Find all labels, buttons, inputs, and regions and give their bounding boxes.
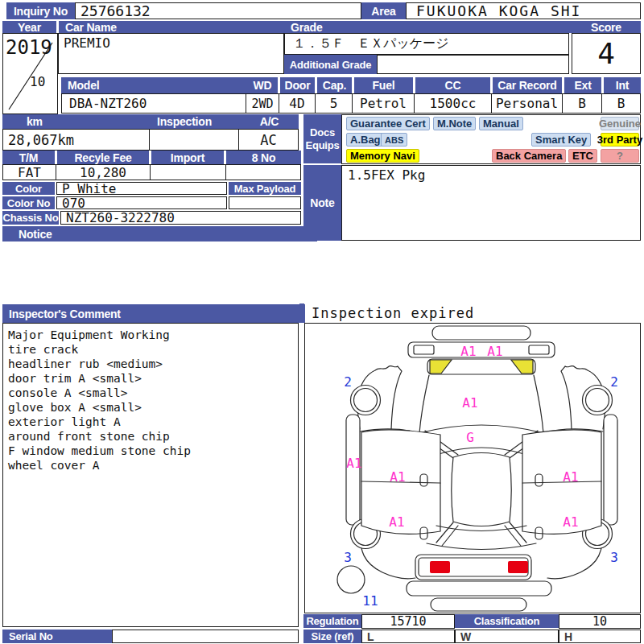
badge-genuine: Genuine — [601, 117, 639, 130]
wheel-label: 2 — [610, 374, 618, 390]
hood-edge-right — [534, 375, 543, 433]
chassis-no-header: Chassis No — [2, 211, 59, 225]
wheel-label: 2 — [344, 374, 352, 390]
year-header: Year — [2, 21, 56, 33]
comment-line: exterior light A — [8, 415, 291, 429]
comment-line: console A <small> — [8, 386, 291, 400]
badge-back-camera: Back Camera — [492, 149, 566, 163]
spare-tire — [337, 566, 365, 593]
model-header: Model — [61, 77, 251, 93]
classification-header: Classification — [455, 614, 559, 628]
wheel-front-left — [351, 386, 381, 415]
wheel-label: 3 — [344, 550, 352, 565]
km-value: 28,067km — [2, 129, 150, 151]
serial-no-header: Serial No — [2, 630, 118, 643]
comment-line: tire crack — [8, 342, 291, 357]
comment-line: F window medium stone chip — [8, 444, 291, 458]
hood-edge-left — [419, 375, 429, 433]
wheel-front-right — [583, 386, 613, 415]
damage-label: A1 — [487, 344, 502, 359]
regulation-header: Regulation — [303, 614, 361, 628]
chassis-no-value: NZT260-3222780 — [60, 211, 301, 225]
badge-m-note: M.Note — [433, 117, 476, 130]
sill-right — [604, 415, 617, 525]
additional-grade-value — [377, 55, 569, 74]
inspection-header: Inspection — [151, 114, 245, 129]
damage-label: A1 — [346, 456, 361, 471]
damage-label: G — [466, 430, 474, 445]
area-label: Area — [361, 2, 406, 19]
size-ref-header: Size (ref) — [303, 630, 361, 643]
inquiry-no-value: 25766132 — [75, 2, 361, 19]
spare-tire-label: 11 — [362, 593, 378, 609]
cap-value: 5 — [315, 93, 353, 114]
comment-line: door trim A <small> — [8, 371, 291, 386]
docs-equips-header: Docs Equips — [303, 114, 341, 163]
max-payload-value — [229, 196, 301, 209]
badge-unknown: ? — [601, 149, 639, 163]
notice-header: Notice — [2, 226, 317, 242]
damage-label: A1 — [460, 344, 476, 359]
taillight-right — [508, 561, 528, 573]
badge-smart-key: Smart Key — [531, 133, 591, 147]
docs-label: Docs — [310, 126, 335, 139]
cc-value: 1500cc — [414, 93, 492, 114]
windshield-top-arc — [419, 425, 543, 433]
size-w-cell: W — [455, 630, 559, 643]
eight-no-value — [225, 164, 301, 180]
status-accent-bar — [299, 303, 304, 323]
rear-bumper-lip — [431, 598, 526, 611]
color-value: P White — [56, 182, 227, 195]
car-damage-diagram: A1 A1 A1 G 2 2 A1 A1 A1 A1 A1 3 3 11 — [305, 324, 640, 613]
damage-label: A1 — [462, 395, 477, 411]
inquiry-no-label: Inquiry No — [6, 2, 75, 19]
recycle-fee-value: 10,280 — [56, 164, 151, 180]
comment-line: headliner rub <medium> — [8, 357, 291, 371]
year-value: 2019 — [6, 36, 52, 59]
additional-grade-label: Additional Grade — [284, 55, 377, 74]
badge-memory-navi: Memory Navi — [346, 149, 419, 163]
recycle-fee-header: Recyle Fee — [57, 151, 149, 164]
rear-bumper — [407, 581, 551, 596]
fuel-header: Fuel — [354, 77, 413, 93]
wd-value: 2WD — [246, 93, 279, 114]
cc-header: CC — [415, 77, 490, 93]
fuel-value: Petrol — [352, 93, 415, 114]
grade-value: １．５Ｆ ＥＸパッケージ — [284, 33, 569, 55]
int-header: Int — [604, 77, 641, 93]
badge-manual: Manual — [479, 117, 523, 130]
classification-value: 10 — [559, 614, 641, 629]
inspection-value — [149, 129, 239, 151]
damage-label: A1 — [389, 514, 404, 530]
taillight-left — [430, 561, 450, 573]
equips-label: Equips — [305, 139, 339, 152]
month-value: 10 — [30, 74, 45, 89]
cap-header: Cap. — [317, 77, 352, 93]
wd-header: WD — [247, 77, 278, 93]
inspector-comment-lines: Major Equipment Workingtire crackheadlin… — [8, 328, 291, 473]
car-name-header: Car Name — [59, 21, 288, 33]
auction-sheet: Inquiry No 25766132 Area FUKUOKA KOGA SH… — [0, 0, 644, 644]
max-payload-header: Max Payload — [229, 182, 301, 195]
wheel-label: 3 — [610, 550, 618, 565]
badge-airbag: A.Bag — [346, 133, 385, 147]
grade-header: Grade — [284, 21, 576, 33]
comment-line: Major Equipment Working — [8, 328, 291, 342]
km-header: km — [2, 114, 173, 129]
score-value: 4 — [572, 33, 641, 74]
damage-diagram-box: A1 A1 A1 G 2 2 A1 A1 A1 A1 A1 3 3 11 — [304, 323, 641, 613]
note-header: Note — [303, 165, 341, 241]
color-no-header: Color No — [2, 196, 55, 209]
tm-header: T/M — [2, 151, 55, 164]
car-name-value: PREMIO — [58, 33, 284, 74]
ac-value: AC — [238, 129, 299, 151]
color-no-value: 070 — [56, 196, 227, 209]
badge-abs: ABS — [381, 133, 407, 147]
import-value — [150, 164, 226, 180]
import-header: Import — [151, 151, 224, 164]
inspector-comment-header: Inspector's Comment — [2, 304, 305, 323]
badge-guarantee-cert: Guarantee Cert — [346, 117, 430, 130]
ext-header: Ext — [564, 77, 601, 93]
area-value: FUKUOKA KOGA SHI — [406, 2, 641, 19]
note-value: 1.5FEX Pkg — [348, 167, 425, 183]
